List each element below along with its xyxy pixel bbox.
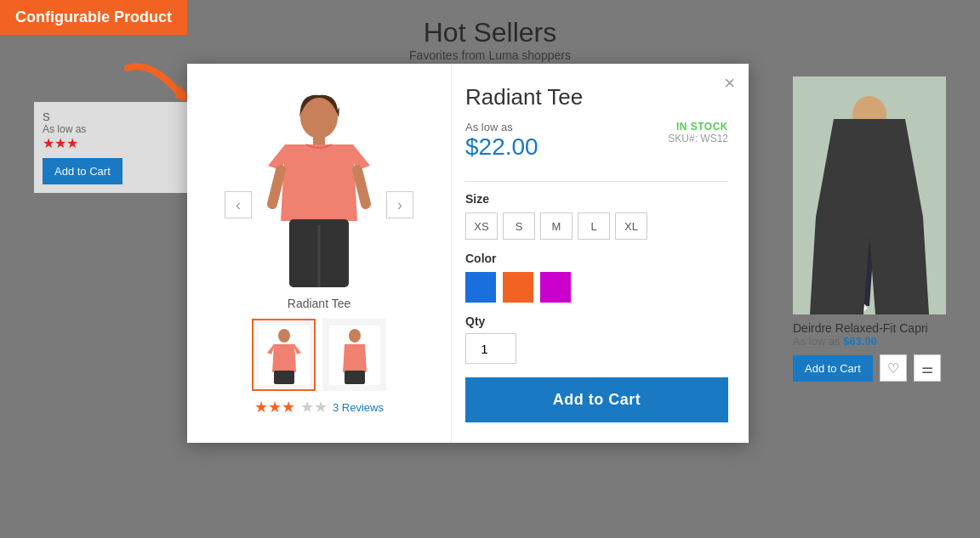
next-image-button[interactable]: › [386, 191, 413, 218]
right-card-add-to-cart[interactable]: Add to Cart [793, 355, 873, 382]
reviews-row: ★★★ ★★ 3 Reviews [254, 398, 384, 416]
arrow-indicator [119, 51, 196, 122]
background-right-card: Deirdre Relaxed-Fit Capri As low as $63.… [793, 76, 946, 382]
thumbnail-list [252, 319, 386, 391]
price-label: As low as [465, 121, 538, 133]
right-card-title: Deirdre Relaxed-Fit Capri [793, 321, 946, 335]
product-main-image: ‹ [221, 81, 417, 293]
modal-detail-panel: × Radiant Tee As low as $22.00 IN STOCK … [451, 64, 749, 443]
svg-rect-4 [844, 144, 895, 187]
size-label: Size [465, 192, 728, 206]
color-blue[interactable] [465, 272, 496, 303]
right-card-image [793, 76, 946, 314]
left-card-price-label: As low as [43, 123, 196, 135]
size-xl[interactable]: XL [615, 212, 647, 240]
right-card-wishlist-icon[interactable]: ♡ [880, 354, 907, 382]
right-card-price: As low as $63.00 [793, 335, 946, 348]
color-options [465, 272, 728, 303]
qty-label: Qty [465, 314, 728, 328]
reviews-link[interactable]: 3 Reviews [333, 401, 384, 414]
modal-close-button[interactable]: × [724, 74, 735, 93]
product-modal: ‹ [187, 64, 749, 443]
stock-info: IN STOCK SKU#: WS12 [668, 121, 728, 144]
size-m[interactable]: M [540, 212, 573, 240]
svg-point-2 [840, 115, 899, 191]
size-xs[interactable]: XS [465, 212, 498, 240]
size-s[interactable]: S [503, 212, 535, 240]
stars-filled: ★★★ [254, 398, 295, 416]
stars-empty: ★★ [300, 398, 328, 416]
divider [465, 181, 728, 182]
left-card-stars: ★★★ [43, 135, 196, 151]
color-label: Color [465, 252, 728, 265]
svg-point-7 [841, 302, 867, 314]
svg-point-15 [278, 329, 290, 343]
svg-rect-19 [345, 371, 365, 384]
sku-label: SKU#: WS12 [668, 133, 728, 144]
price-section: As low as $22.00 [465, 121, 538, 171]
price-value: $22.00 [465, 133, 538, 161]
svg-line-6 [886, 212, 893, 297]
svg-point-18 [349, 329, 361, 343]
svg-rect-16 [274, 371, 294, 384]
right-card-compare-icon[interactable]: ⚌ [914, 354, 941, 382]
prev-image-button[interactable]: ‹ [225, 191, 252, 218]
svg-rect-11 [313, 134, 325, 144]
modal-image-panel: ‹ [187, 64, 451, 443]
size-l[interactable]: L [578, 212, 610, 240]
svg-point-3 [852, 96, 886, 133]
product-name-under-image: Radiant Tee [288, 297, 350, 310]
qty-input[interactable] [465, 333, 516, 364]
price-row: As low as $22.00 IN STOCK SKU#: WS12 [465, 121, 728, 171]
svg-point-8 [875, 302, 901, 314]
configurable-product-badge: Configurable Product [0, 0, 187, 35]
in-stock-label: IN STOCK [668, 121, 728, 133]
color-orange[interactable] [503, 272, 533, 303]
thumbnail-1[interactable] [252, 319, 316, 391]
size-options: XS S M L XL [465, 212, 728, 240]
color-purple[interactable] [540, 272, 571, 303]
left-card-add-to-cart[interactable]: Add to Cart [43, 158, 122, 184]
product-title: Radiant Tee [465, 84, 728, 110]
add-to-cart-button[interactable]: Add to Cart [465, 377, 728, 422]
svg-line-5 [852, 212, 863, 297]
right-card-actions: Add to Cart ♡ ⚌ [793, 354, 946, 382]
thumbnail-2[interactable] [322, 319, 386, 391]
